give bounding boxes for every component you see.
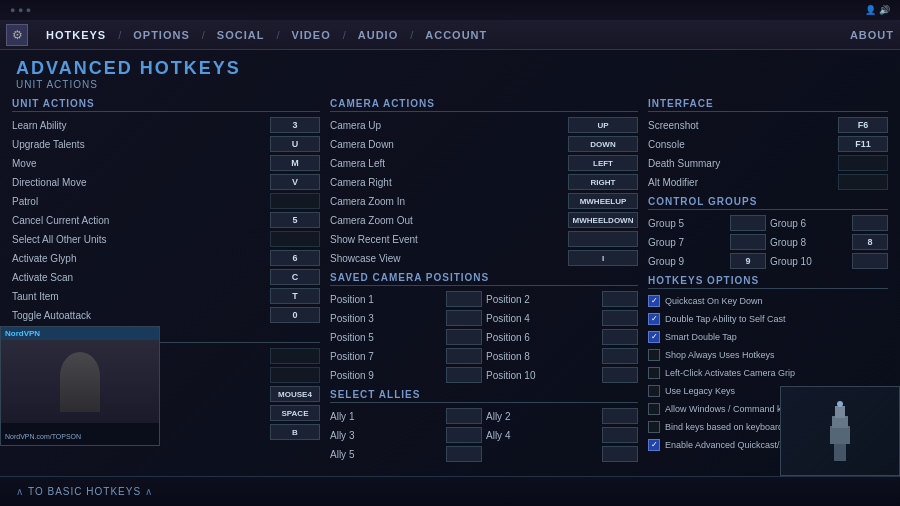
checkbox-box[interactable]: ✓ <box>648 331 660 343</box>
checkbox-box[interactable]: ✓ <box>648 295 660 307</box>
checkbox-row[interactable]: Shop Always Uses Hotkeys <box>648 347 888 363</box>
unit-action-key[interactable]: C <box>270 269 320 285</box>
ally-right-key[interactable] <box>602 427 638 443</box>
unit-action-key[interactable]: 3 <box>270 117 320 133</box>
unit-action-key[interactable] <box>270 231 320 247</box>
unit-action-key[interactable]: 5 <box>270 212 320 228</box>
nav-account[interactable]: Account <box>413 29 499 41</box>
camera-binding-key[interactable]: RIGHT <box>568 174 638 190</box>
camera-binding-key[interactable] <box>568 231 638 247</box>
unit-actions-list: Learn Ability 3 Upgrade Talents U Move M… <box>12 116 320 325</box>
camera-binding-label: Show Recent Event <box>330 234 568 245</box>
nav-hotkeys[interactable]: Hotkeys <box>34 29 118 41</box>
interface-binding-key[interactable]: F11 <box>838 136 888 152</box>
saved-pos-right-label: Position 2 <box>486 294 602 305</box>
ally-left-key[interactable] <box>446 427 482 443</box>
interface-bindings-list: Screenshot F6 Console F11 Death Summary … <box>648 116 888 192</box>
checkbox-row[interactable]: ✓ Smart Double Tap <box>648 329 888 345</box>
cg-right-key[interactable] <box>852 253 888 269</box>
checkbox-box[interactable]: ✓ <box>648 439 660 451</box>
vpn-logo: NordVPN <box>5 329 40 338</box>
shop-action-key[interactable] <box>270 367 320 383</box>
checkbox-box[interactable] <box>648 421 660 433</box>
cg-right-key[interactable] <box>852 215 888 231</box>
nav-items: Hotkeys / Options / Social / Video / Aud… <box>34 29 850 41</box>
saved-pos-left-key[interactable] <box>446 310 482 326</box>
cg-left-key[interactable] <box>730 234 766 250</box>
camera-binding-key[interactable]: MWHEELUP <box>568 193 638 209</box>
shop-action-key[interactable]: SPACE <box>270 405 320 421</box>
camera-binding-row: Camera Left LEFT <box>330 154 638 172</box>
top-bar-right: 👤 🔊 <box>865 5 890 15</box>
to-basic-hotkeys-btn[interactable]: ∧ To Basic Hotkeys ∧ <box>16 486 153 497</box>
interface-binding-label: Console <box>648 139 838 150</box>
checkbox-box[interactable] <box>648 385 660 397</box>
ally-right-key[interactable] <box>602 446 638 462</box>
shop-action-key[interactable]: B <box>270 424 320 440</box>
svg-rect-3 <box>835 406 845 418</box>
camera-binding-key[interactable]: I <box>568 250 638 266</box>
unit-action-label: Directional Move <box>12 177 270 188</box>
ally-left-key[interactable] <box>446 408 482 424</box>
interface-binding-key[interactable] <box>838 174 888 190</box>
nav-audio[interactable]: Audio <box>346 29 410 41</box>
saved-positions-title: Saved Camera Positions <box>330 272 638 286</box>
saved-pos-right-key[interactable] <box>602 291 638 307</box>
unit-action-key[interactable]: U <box>270 136 320 152</box>
camera-binding-key[interactable]: MWHEELDOWN <box>568 212 638 228</box>
camera-binding-label: Camera Zoom In <box>330 196 568 207</box>
checkbox-row[interactable]: ✓ Quickcast On Key Down <box>648 293 888 309</box>
saved-pos-left-key[interactable] <box>446 291 482 307</box>
cg-left-key[interactable]: 9 <box>730 253 766 269</box>
camera-binding-label: Camera Up <box>330 120 568 131</box>
checkbox-box[interactable]: ✓ <box>648 313 660 325</box>
cg-left-key[interactable] <box>730 215 766 231</box>
interface-binding-key[interactable]: F6 <box>838 117 888 133</box>
saved-pos-left-key[interactable] <box>446 348 482 364</box>
settings-gear-icon[interactable]: ⚙ <box>6 24 28 46</box>
camera-binding-key[interactable]: DOWN <box>568 136 638 152</box>
saved-position-left: Position 7 <box>330 347 482 365</box>
unit-action-label: Patrol <box>12 196 270 207</box>
saved-pos-right-key[interactable] <box>602 310 638 326</box>
unit-action-key[interactable]: 6 <box>270 250 320 266</box>
ally-right-label: Ally 4 <box>486 430 602 441</box>
saved-pos-left-key[interactable] <box>446 329 482 345</box>
checkbox-box[interactable] <box>648 349 660 361</box>
unit-action-key[interactable]: M <box>270 155 320 171</box>
video-inner: NordVPN NordVPN.com/TOPSON <box>1 327 159 445</box>
nav-social[interactable]: Social <box>205 29 277 41</box>
camera-actions-title: Camera Actions <box>330 98 638 112</box>
ally-left-key[interactable] <box>446 446 482 462</box>
checkbox-box[interactable] <box>648 367 660 379</box>
interface-binding-label: Screenshot <box>648 120 838 131</box>
saved-position-right: Position 8 <box>486 347 638 365</box>
page-title: Advanced Hotkeys <box>16 58 884 79</box>
camera-binding-key[interactable]: UP <box>568 117 638 133</box>
saved-pos-right-label: Position 4 <box>486 313 602 324</box>
interface-binding-key[interactable] <box>838 155 888 171</box>
saved-pos-left-key[interactable] <box>446 367 482 383</box>
unit-action-key[interactable]: T <box>270 288 320 304</box>
shop-action-key[interactable]: MOUSE4 <box>270 386 320 402</box>
checkbox-label: Quickcast On Key Down <box>665 296 763 306</box>
checkbox-row[interactable]: ✓ Double Tap Ability to Self Cast <box>648 311 888 327</box>
saved-position-left: Position 5 <box>330 328 482 346</box>
cg-right-key[interactable]: 8 <box>852 234 888 250</box>
unit-action-key[interactable] <box>270 193 320 209</box>
nav-about[interactable]: About <box>850 29 894 41</box>
checkbox-row[interactable]: Left-Click Activates Camera Grip <box>648 365 888 381</box>
saved-position-right: Position 2 <box>486 290 638 308</box>
unit-action-key[interactable]: V <box>270 174 320 190</box>
nav-video[interactable]: Video <box>279 29 342 41</box>
unit-action-key[interactable]: 0 <box>270 307 320 323</box>
checkbox-box[interactable] <box>648 403 660 415</box>
ally-right-key[interactable] <box>602 408 638 424</box>
camera-binding-key[interactable]: LEFT <box>568 155 638 171</box>
shop-action-key[interactable] <box>270 348 320 364</box>
saved-pos-right-key[interactable] <box>602 329 638 345</box>
saved-pos-right-key[interactable] <box>602 348 638 364</box>
saved-pos-right-key[interactable] <box>602 367 638 383</box>
saved-pos-left-label: Position 3 <box>330 313 446 324</box>
nav-options[interactable]: Options <box>121 29 202 41</box>
